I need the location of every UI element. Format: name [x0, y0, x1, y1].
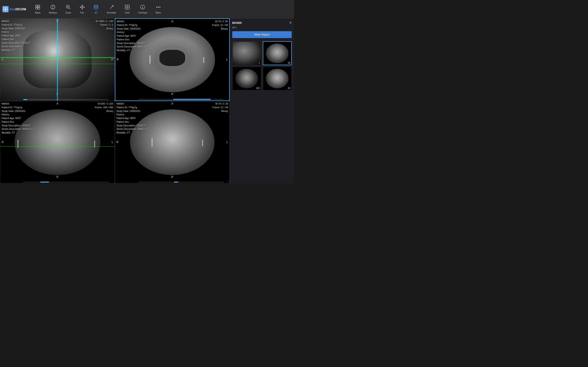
more-label: More [156, 11, 161, 14]
patient-name-br: MANIX [116, 102, 148, 106]
viewport-info-top-right: MANIX Patient ID: 7Thjq7g Study Date: 20… [117, 20, 148, 52]
type-br: Binary [212, 109, 228, 113]
toolbar-item-pan[interactable]: Pan [75, 2, 89, 16]
thumbnail-item-2[interactable]: 48 [263, 41, 292, 65]
viewport-top-left[interactable]: MANIX Patient ID: 7Thjq7g Study Date: 20… [0, 18, 115, 101]
patient-age-br: Patient Age: 000Y [116, 117, 148, 120]
patient-age-bl: Patient Age: 000Y [2, 117, 34, 120]
series-desc-tr: Series Description: AVEC I.V. [117, 45, 148, 49]
svg-marker-20 [80, 7, 81, 8]
study-date-bl: Study Date: 20050201 [2, 109, 34, 113]
study-desc-tr: Study Description: CER/CT [117, 42, 148, 45]
label-top-tr: A [171, 20, 173, 23]
svg-rect-1 [6, 7, 8, 9]
annotate-label: Annotate [107, 11, 116, 14]
3d-icon [93, 4, 99, 10]
thumbnail-item-4[interactable]: 48 [263, 67, 292, 90]
study-date-tl: Study Date: 20050201 [2, 27, 31, 31]
thumbnail-canvas-4 [263, 67, 292, 90]
svg-rect-5 [38, 5, 40, 7]
viewport-info-bottom-right: MANIX Patient ID: 7Thjq7g Study Date: 20… [116, 102, 148, 135]
thumbnail-number-1: 1 [259, 62, 260, 64]
frame-tl: Frame: 1 / 1 [96, 23, 113, 27]
logo-box-text: box [10, 7, 15, 11]
frame-bl: Frame: 346 / 460 [95, 106, 113, 109]
toolbar-item-annotate[interactable]: Annotate [103, 2, 120, 16]
grid-icon [124, 4, 130, 10]
sidebar-title: MANIX [232, 21, 242, 25]
sidebar: MANIX × dPJ Write Report 1 48 [230, 18, 294, 184]
sidebar-subtitle: dPJ [232, 26, 292, 29]
toolbar-item-stack[interactable]: Stack [31, 2, 45, 16]
modality-tl: Modality: CT [2, 48, 31, 52]
grid-label: Grid [125, 11, 129, 14]
patient-id-bl: Patient ID: 7Thjq7g [2, 106, 34, 109]
logo-icon [2, 6, 9, 12]
viewport-info-right-tr: W 70 / C 35 Frame: 21 / 48 Binary [212, 20, 228, 31]
toolbar-item-overlays[interactable]: Overlays [134, 2, 151, 16]
label-right-tl: P [111, 58, 113, 61]
viewport-top-right[interactable]: MANIX Patient ID: 7Thjq7g Study Date: 20… [115, 18, 230, 101]
toolbar-item-3d[interactable]: 3D [89, 2, 103, 16]
patient-name-tr: MANIX [117, 20, 148, 23]
toolbar-item-more[interactable]: More [151, 2, 165, 16]
toolbar-item-window[interactable]: Window [45, 2, 61, 16]
stack-label: Stack [35, 11, 41, 14]
label-left-tl: A [2, 58, 3, 61]
artefact-right-br [202, 140, 203, 146]
frame-br: Frame: 21 / 48 [212, 106, 228, 109]
svg-rect-4 [36, 5, 37, 7]
window-br: W 70 / C 35 [212, 102, 228, 106]
svg-point-35 [160, 7, 160, 7]
artefact-left-bl [17, 140, 18, 148]
toolbar-item-zoom[interactable]: Zoom [61, 2, 75, 16]
patient-age-tl: Patient Age: 000Y [2, 34, 31, 38]
scrollbar-thumb-bl [40, 182, 49, 183]
study-desc-tl: Study Description: CER/CT [2, 41, 31, 45]
label-top-br: A [171, 102, 173, 105]
scrollbar-br[interactable] [138, 182, 224, 183]
modality-tr: Modality: CT [117, 49, 148, 52]
viewport-grid: MANIX Patient ID: 7Thjq7g Study Date: 20… [0, 18, 230, 184]
label-right-tr: L [226, 58, 228, 61]
type-tr: Binary [212, 27, 228, 31]
thumb-angio-image [235, 69, 258, 88]
resize-handle[interactable]: ⤢ [227, 180, 229, 182]
patient-name-bl: MANIX [2, 102, 34, 106]
app-logo: box DICOM [2, 6, 26, 12]
viewport-info-bottom-left: MANIX Patient ID: 7Thjq7g Study Date: 20… [2, 102, 34, 135]
scrollbar-tr[interactable] [138, 99, 224, 100]
viewport-bottom-left[interactable]: MANIX Patient ID: 7Thjq7g Study Date: 20… [0, 101, 115, 184]
svg-rect-0 [3, 7, 5, 9]
patient-sex-tl: Patient Sex: [2, 38, 31, 41]
window-bl: W 500 / C 100 [95, 102, 113, 106]
label-left-br: R [116, 141, 119, 144]
window-icon [50, 4, 56, 10]
study-desc-bl: Study Description: CER/CT [2, 124, 34, 127]
thumbnail-item-3[interactable]: 460 [232, 67, 261, 90]
thumbnail-item-1[interactable]: 1 [232, 41, 261, 65]
viewport-info-right-bl: W 500 / C 100 Frame: 346 / 460 Binary [95, 102, 113, 113]
history-tl: History: [2, 30, 31, 34]
write-report-button[interactable]: Write Report [232, 31, 292, 38]
scrollbar-tl[interactable] [23, 99, 109, 100]
sidebar-header: MANIX × [232, 21, 292, 25]
pan-label: Pan [80, 11, 84, 14]
patient-name-tl: MANIX [2, 19, 31, 23]
svg-point-33 [156, 7, 157, 7]
annotate-icon [109, 4, 114, 10]
series-desc-tl: Series Description: [2, 45, 31, 48]
artefact-right-tr [203, 57, 204, 63]
label-bottom-bl: P [57, 175, 58, 179]
svg-line-11 [69, 8, 70, 9]
scrollbar-bl[interactable] [23, 182, 109, 183]
study-date-br: Study Date: 20050201 [116, 109, 148, 113]
crosshair-v-tl [57, 19, 58, 101]
label-right-bl: L [112, 141, 113, 144]
toolbar-item-grid[interactable]: Grid [120, 2, 134, 16]
scrollbar-thumb-tl [23, 99, 27, 100]
svg-rect-7 [38, 7, 40, 9]
viewport-bottom-right[interactable]: MANIX Patient ID: 7Thjq7g Study Date: 20… [115, 101, 230, 184]
sidebar-close-button[interactable]: × [289, 21, 292, 25]
logo-dicom-text: DICOM [15, 7, 26, 11]
